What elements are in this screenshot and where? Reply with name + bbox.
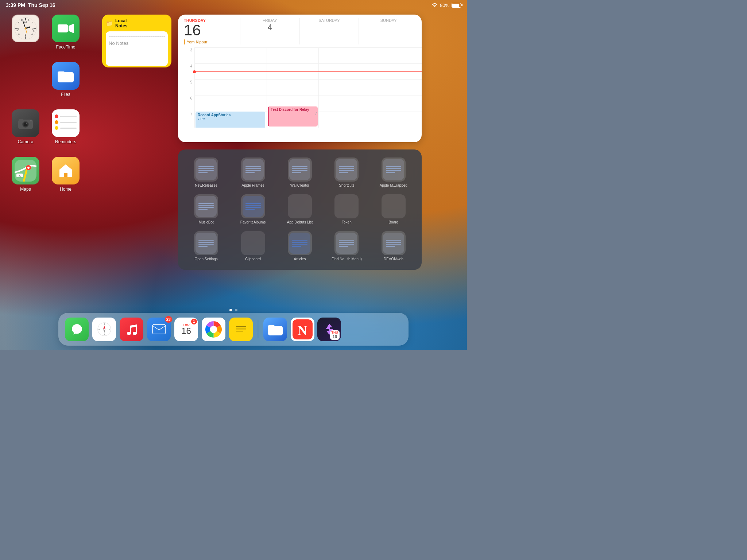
app-files[interactable]: Files [47,62,84,106]
dock-calendar[interactable]: THU 16 1 [174,318,198,341]
wifi-icon [432,3,438,8]
dock: 23 THU 16 1 [58,313,409,346]
news-icon: N [291,318,314,341]
shortcut-token-label: Token [342,220,352,225]
calendar-header: THURSDAY 16 Yom Kippur FRIDAY 4 SATURDAY… [178,15,422,44]
shortcut-clipboard-label: Clipboard [245,257,261,261]
shortcut-shortcuts[interactable]: Shortcuts [324,155,369,190]
shortcut-articles[interactable]: Articles [278,229,322,264]
cal-today-num: 16 [184,23,240,38]
event-test-discord[interactable]: Test Discord for Relay [268,106,318,127]
app-maps-label: Maps [20,187,31,192]
svg-rect-22 [58,24,68,32]
dock-files[interactable] [263,318,287,341]
cal-today-col: THURSDAY 16 Yom Kippur [182,18,240,44]
dock-mail-badge: 23 [165,316,172,323]
shortcut-findnomenu[interactable]: Find No...th Menu) [324,229,369,264]
svg-rect-53 [236,328,246,330]
dock-shortcuts-calendar[interactable]: THU 16 [317,318,341,341]
dock-calendar-mini-overlay: THU 16 [330,330,340,340]
shortcut-board[interactable]: Board [371,192,416,227]
svg-rect-56 [268,325,275,328]
shortcut-token-icon [334,194,359,218]
messages-icon [70,323,84,336]
shortcut-favoritealbums[interactable]: FavoriteAlbums [231,192,275,227]
status-bar: 3:39 PM Thu Sep 16 80% [0,0,467,10]
notes-widget-body: No Notes [106,31,168,66]
dock-safari[interactable] [92,318,116,341]
calendar-widget[interactable]: THURSDAY 16 Yom Kippur FRIDAY 4 SATURDAY… [178,15,422,142]
shortcut-clipboard-icon [241,231,265,255]
app-grid-spacer1 [7,62,44,106]
dock-divider [258,320,258,338]
svg-rect-48 [152,324,166,334]
shortcut-opensettings-icon [194,231,218,255]
shortcut-appdebutslist-icon [288,194,312,218]
dock-news[interactable]: N [291,318,314,341]
shortcut-musicbot[interactable]: MusicBot [184,192,228,227]
app-facetime[interactable]: FaceTime [47,15,84,58]
maps-icon: A [15,160,36,182]
cal-other-days: FRIDAY 4 SATURDAY SUNDAY [240,18,418,44]
app-home[interactable]: Home [47,157,84,201]
cal-saturday-col: SATURDAY [299,18,359,44]
shortcut-devonweb-icon [382,231,406,255]
battery-percent: 80% [440,3,449,8]
app-camera[interactable]: Camera [7,109,44,153]
dock-messages[interactable] [65,318,89,341]
shortcut-newreleases-label: NewReleases [195,183,217,188]
notes-no-notes-text: No Notes [109,40,165,46]
shortcut-applemrapped-icon [382,158,406,182]
page-dot-2[interactable] [235,309,237,311]
shortcuts-widget[interactable]: NewReleases Apple Frames WallCreator [178,149,422,270]
page-dot-1[interactable] [229,309,232,311]
shortcut-appleframes[interactable]: Apple Frames [231,155,275,190]
dock-photos[interactable] [202,318,225,341]
shortcut-token[interactable]: Token [324,192,369,227]
music-icon [125,323,138,336]
shortcut-devonweb[interactable]: DEVONweb [371,229,416,264]
app-maps[interactable]: A Maps [7,157,44,201]
camera-icon [18,117,34,130]
shortcut-appleframes-label: Apple Frames [241,183,264,188]
shortcut-clipboard[interactable]: Clipboard [231,229,275,264]
svg-text:12: 12 [24,20,27,23]
notes-widget-title: LocalNotes [115,18,127,28]
dock-news-shortcuts-group: N THU 16 [291,318,341,341]
app-grid: 12 6 3 9 2 10 8 4 1 11 5 7 [7,15,84,201]
svg-text:11: 11 [21,19,24,21]
status-time: 3:39 PM [6,2,25,8]
shortcut-opensettings[interactable]: Open Settings [184,229,228,264]
app-reminders[interactable]: Reminders [47,109,84,153]
dock-music[interactable] [120,318,143,341]
svg-rect-32 [30,120,32,121]
svg-point-35 [27,167,30,169]
cal-friday-col: FRIDAY 4 [240,18,299,44]
mail-icon [152,324,166,334]
reminders-icon-content [52,112,80,135]
shortcut-devonweb-label: DEVONweb [384,257,403,261]
calendar-body: 3 4 5 6 7 Record App [178,47,422,128]
app-files-label: Files [61,92,70,97]
notes-folder-icon: 📁 [106,20,113,27]
dock-notes[interactable] [229,318,253,341]
shortcut-appdebutslist[interactable]: App Debuts List [278,192,322,227]
app-clock[interactable]: 12 6 3 9 2 10 8 4 1 11 5 7 [7,15,44,58]
shortcut-favoritealbums-icon [241,194,265,218]
shortcut-newreleases[interactable]: NewReleases [184,155,228,190]
page-dots [229,309,237,311]
notes-widget[interactable]: 📁 LocalNotes No Notes [102,15,171,67]
shortcuts-grid: NewReleases Apple Frames WallCreator [184,155,416,264]
shortcut-wallcreator[interactable]: WallCreator [278,155,322,190]
shortcut-shortcuts-label: Shortcuts [339,183,354,188]
shortcut-appleframes-icon [241,158,265,182]
files-dock-icon [268,323,283,335]
svg-text:9: 9 [18,27,19,30]
app-home-label: Home [60,187,71,192]
shortcut-applemrapped[interactable]: Apple M...rapped [371,155,416,190]
event-record-appstories[interactable]: Record AppStories 7 PM [196,112,265,128]
dock-mail[interactable]: 23 [147,318,171,341]
svg-text:A: A [19,174,21,178]
clock-face-icon: 12 6 3 9 2 10 8 4 1 11 5 7 [13,16,38,41]
yom-kippur-bar [184,39,185,44]
